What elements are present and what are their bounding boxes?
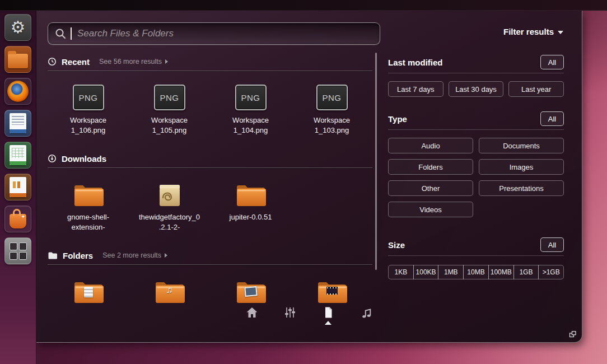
- music-note-icon: [359, 306, 373, 319]
- size-segment-button[interactable]: 10MB: [463, 265, 489, 279]
- size-segment-button[interactable]: 100MB: [488, 265, 514, 279]
- search-icon: [55, 28, 66, 39]
- filter-section-type: Type All: [388, 111, 564, 126]
- file-label: Workspace 1_103.png: [301, 115, 363, 135]
- filter-option-button[interactable]: Other: [388, 180, 473, 196]
- resize-handle-icon[interactable]: [568, 330, 577, 339]
- folder-icon: [73, 184, 104, 207]
- impress-presentation-icon: [10, 177, 26, 197]
- filter-option-button[interactable]: Last 30 days: [449, 81, 504, 97]
- file-tile[interactable]: ♫: [129, 277, 210, 304]
- last-modified-all-button[interactable]: All: [540, 55, 564, 69]
- dash-panel: Filter results Recent See 56 more result…: [36, 10, 582, 343]
- launcher: ⚙: [0, 10, 36, 364]
- file-tile[interactable]: gnome-shell-extension-: [48, 180, 129, 232]
- software-center-bag-icon: [10, 214, 26, 228]
- launcher-item-software-center[interactable]: [4, 206, 31, 232]
- size-segment-button[interactable]: 1MB: [438, 265, 464, 279]
- search-bar[interactable]: [48, 22, 380, 45]
- home-icon: [245, 306, 259, 319]
- expand-arrow-icon: [165, 59, 168, 64]
- film-emblem-icon: [326, 287, 338, 295]
- download-icon: [48, 154, 57, 163]
- filter-option-button[interactable]: Audio: [388, 138, 473, 153]
- png-file-icon: PNG: [235, 85, 267, 110]
- section-divider: [48, 71, 372, 71]
- section-header-folders: Folders See 2 more results: [48, 249, 372, 262]
- file-document-icon: [321, 306, 335, 319]
- launcher-item-libreoffice-writer[interactable]: [4, 110, 31, 137]
- filter-divider: [388, 73, 564, 73]
- top-panel: [0, 0, 607, 11]
- results-list: Recent See 56 more results PNG Workspace…: [48, 52, 372, 307]
- filter-section-size: Size All: [388, 237, 564, 252]
- section-title: Folders: [63, 251, 93, 260]
- type-all-button[interactable]: All: [540, 111, 564, 126]
- launcher-item-firefox[interactable]: [4, 78, 31, 105]
- lens-bar: [36, 306, 582, 329]
- file-tile[interactable]: PNG Workspace 1_106.png: [48, 83, 129, 135]
- lens-home[interactable]: [245, 306, 259, 329]
- filter-title: Type: [388, 114, 407, 124]
- chevron-down-icon: [558, 31, 563, 34]
- file-label: Workspace 1_106.png: [57, 115, 120, 135]
- file-tile[interactable]: [291, 277, 372, 304]
- section-header-recent: Recent See 56 more results: [48, 55, 372, 68]
- section-divider: [48, 264, 372, 265]
- section-header-downloads: Downloads: [48, 152, 372, 165]
- ubuntu-dash-icon: ⚙: [11, 19, 26, 36]
- launcher-item-ubuntu-dash[interactable]: ⚙: [4, 14, 31, 41]
- file-tile[interactable]: PNG Workspace 1_103.png: [291, 83, 372, 135]
- file-tile[interactable]: thewidgetfactory_0.2.1-2-: [129, 180, 210, 232]
- file-label: thewidgetfactory_0.2.1-2-: [138, 212, 201, 232]
- results-scrollbar[interactable]: [375, 53, 377, 270]
- filter-section-last-modified: Last modified All: [388, 55, 564, 69]
- file-tile[interactable]: [48, 277, 129, 304]
- package-icon: [157, 183, 183, 207]
- folders-icon: [48, 251, 58, 260]
- equalizer-icon: [283, 306, 297, 319]
- file-tile[interactable]: jupiter-0.0.51: [210, 180, 291, 232]
- search-input[interactable]: [76, 27, 373, 40]
- size-segment-button[interactable]: >1GB: [538, 265, 564, 279]
- workspace-switcher-icon: [10, 242, 27, 260]
- filter-option-button[interactable]: Presentations: [479, 180, 564, 196]
- filter-divider: [388, 255, 564, 256]
- launcher-item-libreoffice-impress[interactable]: [4, 174, 31, 200]
- file-label: jupiter-0.0.51: [230, 212, 272, 222]
- home-folder-icon: [8, 54, 28, 68]
- lens-files-active[interactable]: [321, 306, 335, 329]
- filter-option-button[interactable]: Last year: [508, 81, 564, 97]
- filter-divider: [388, 129, 564, 130]
- active-lens-pointer-icon: [325, 321, 331, 325]
- section-title: Recent: [62, 57, 90, 67]
- filter-option-button[interactable]: Documents: [479, 138, 564, 153]
- launcher-item-workspace-switcher[interactable]: [4, 237, 31, 264]
- folder-icon: [236, 184, 266, 207]
- document-emblem-icon: [84, 287, 93, 297]
- section-divider: [48, 167, 372, 168]
- png-file-icon: PNG: [316, 85, 348, 110]
- size-segment-button[interactable]: 1KB: [388, 265, 414, 279]
- file-tile[interactable]: PNG Workspace 1_105.png: [129, 83, 210, 135]
- lens-music[interactable]: [359, 306, 373, 329]
- file-tile[interactable]: [210, 277, 291, 304]
- filter-option-button[interactable]: Videos: [388, 202, 473, 217]
- see-more-link[interactable]: See 56 more results: [99, 58, 168, 66]
- launcher-item-libreoffice-calc[interactable]: [4, 142, 31, 169]
- lens-applications[interactable]: [283, 306, 297, 329]
- file-tile[interactable]: PNG Workspace 1_104.png: [210, 83, 291, 135]
- see-more-link[interactable]: See 2 more results: [102, 251, 167, 259]
- size-segment-button[interactable]: 1GB: [513, 265, 539, 279]
- filter-option-button[interactable]: Last 7 days: [388, 81, 443, 97]
- firefox-icon: [7, 81, 29, 102]
- filter-option-button[interactable]: Folders: [388, 159, 473, 175]
- filter-results-toggle[interactable]: Filter results: [503, 27, 563, 36]
- launcher-item-home-folder[interactable]: [4, 46, 31, 73]
- size-segment-button[interactable]: 100KB: [413, 265, 439, 279]
- filter-option-button[interactable]: Images: [479, 159, 564, 175]
- file-label: gnome-shell-extension-: [57, 212, 120, 232]
- text-caret: [71, 27, 72, 40]
- calc-spreadsheet-icon: [10, 145, 26, 165]
- size-all-button[interactable]: All: [540, 237, 564, 252]
